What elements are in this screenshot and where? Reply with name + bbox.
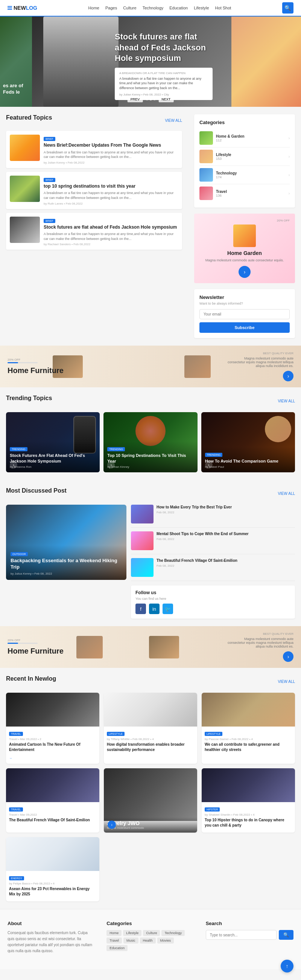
jewelry-title: Jewelry JWO: [107, 820, 194, 826]
category-travel[interactable]: Travel 136 ›: [199, 184, 290, 202]
ad-cta-button[interactable]: ›: [239, 266, 251, 278]
follow-linkedin[interactable]: in: [149, 604, 159, 614]
featured-item-1-meta: by Julian Kenny • Feb 08,2022: [44, 161, 178, 164]
most-discussed-featured-post[interactable]: OUTDOOR Backpacking Essentials for a Wee…: [6, 505, 126, 580]
discussed-item-2[interactable]: Mental Shoot Tips to Cope With the End o…: [131, 531, 295, 554]
hero-dot-3[interactable]: [153, 98, 155, 100]
trending-header: Trending Topics VIEW ALL: [6, 395, 295, 407]
recent-card-6[interactable]: ENERGY by Felipe Basco • Feb 08,2022 • 4…: [6, 837, 99, 901]
trending-card-3-author: by Mabel Paul: [205, 465, 291, 469]
trending-card-1[interactable]: TRENDING Stock Futures Are Flat Ahead Of…: [6, 412, 100, 473]
sidebar-ad: 20% OFF Home Garden Magna molestunt comm…: [194, 213, 295, 283]
hero-dot-1[interactable]: [146, 98, 148, 100]
hero-slide-left: es are of Feds le: [0, 16, 32, 107]
furniture-2-title: Home Furniture: [8, 647, 64, 655]
most-discussed-view-all[interactable]: VIEW ALL: [278, 492, 295, 496]
category-travel-count: 136: [216, 194, 285, 197]
hero-person-image: [43, 16, 118, 107]
furniture-cta-button[interactable]: ›: [283, 371, 293, 381]
category-lifestyle[interactable]: Lifestyle 153 ›: [199, 147, 290, 166]
jewelry-cta-button[interactable]: ›: [108, 821, 116, 829]
recent-card-6-meta: by Felipe Basco • Feb 08,2022 • 4: [9, 882, 96, 885]
trending-card-1-title: Stock Futures Are Flat Ahead Of Fed's Ja…: [10, 453, 96, 464]
trending-view-all[interactable]: VIEW ALL: [278, 399, 295, 403]
furniture-banner-2-left: 20% OFF Home Furniture: [8, 638, 64, 655]
follow-twitter[interactable]: 🐦: [162, 604, 173, 614]
most-discussed-title: Most Discussed Post: [6, 487, 67, 494]
footer-cat-movies[interactable]: Movies: [157, 937, 174, 943]
recent-view-all[interactable]: VIEW ALL: [278, 679, 295, 684]
featured-item-1-tag: BRIEF: [44, 137, 55, 141]
category-technology-name: Technology: [216, 171, 285, 175]
category-technology-arrow: ›: [288, 173, 290, 177]
discussed-item-1[interactable]: How to Make Every Trip the Best Trip Eve…: [131, 505, 295, 528]
footer-search-input[interactable]: [206, 930, 277, 940]
recent-card-5[interactable]: HIPSTER by Shakeel Shanlin • Feb 08,2022…: [202, 768, 295, 833]
furniture-2-desc: Magna molestunt commodo aute consectetur…: [226, 637, 293, 648]
footer-cat-lifestyle[interactable]: Lifestyle: [123, 930, 142, 936]
nav-pages[interactable]: Pages: [105, 6, 117, 10]
newsletter-subscribe-button[interactable]: Subscribe: [199, 322, 290, 333]
recent-card-2-title: How digital transformation enables broad…: [107, 742, 194, 752]
furniture-2-quality-label: BEST QUALITY EVER: [226, 632, 293, 636]
footer-cat-music[interactable]: Music: [123, 937, 139, 943]
featured-item-1[interactable]: BRIEF News Brief:December Updates From T…: [6, 131, 182, 168]
trending-card-2[interactable]: TRENDING Top 10 Spring Destinations To V…: [104, 412, 197, 473]
furniture-2-cta-button[interactable]: ›: [283, 651, 293, 662]
main-nav: Home Pages Culture Technology Education …: [88, 6, 231, 10]
recent-card-3-content: LIFESTYLE by Pascoe Gamer • Feb 08,2022 …: [202, 727, 295, 757]
trending-card-1-author: by Breanna Ron: [10, 465, 96, 469]
trending-card-1-nav[interactable]: ›: [10, 461, 17, 469]
footer-cat-technology[interactable]: Technology: [161, 930, 185, 936]
featured-item-3[interactable]: BRIEF Stock futures are flat ahead of Fe…: [6, 213, 182, 250]
nav-hotshot[interactable]: Hot Shot: [215, 6, 231, 10]
recent-card-3[interactable]: LIFESTYLE by Pascoe Gamer • Feb 08,2022 …: [202, 693, 295, 764]
nav-technology[interactable]: Technology: [143, 6, 164, 10]
recent-card-1-read-more[interactable]: →: [9, 757, 12, 760]
featured-item-1-title: News Brief:December Updates From The Goo…: [44, 143, 178, 148]
featured-view-all[interactable]: VIEW ALL: [165, 118, 182, 123]
trending-card-3-title: How To Avoid The Comparison Game: [205, 458, 291, 464]
discussed-item-3[interactable]: The Beautiful French Village Of Saint-Em…: [131, 558, 295, 581]
footer-about: About Consequat quis faucibus elementum …: [8, 921, 95, 954]
most-discussed-section: Most Discussed Post VIEW ALL OUTDOOR Bac…: [0, 480, 301, 626]
category-home-garden[interactable]: Home & Garden 112 ›: [199, 129, 290, 147]
caption-text: A breakdown or a flat tire can happen to…: [119, 76, 208, 91]
recent-grid: TRAVEL Travel • Mar 09,2022 • 2 Animated…: [6, 693, 295, 901]
hero-dot-2[interactable]: [150, 98, 151, 100]
newsletter-email-input[interactable]: [199, 309, 290, 319]
nav-education[interactable]: Education: [169, 6, 188, 10]
header-search-button[interactable]: 🔍: [282, 2, 293, 14]
footer-cat-culture[interactable]: Culture: [143, 930, 160, 936]
content-left: Featured Topics VIEW ALL BRIEF News Brie…: [0, 107, 188, 345]
hero-next-button[interactable]: NEXT: [158, 96, 174, 102]
sidebar-newsletter: Newsletter Want to be always informed? S…: [194, 289, 295, 338]
nav-culture[interactable]: Culture: [123, 6, 136, 10]
hero-caption-box: A breakdown or a flat tire can happen A …: [115, 68, 213, 100]
nav-lifestyle[interactable]: Lifestyle: [194, 6, 209, 10]
footer-cat-home[interactable]: Home: [107, 930, 121, 936]
furniture-2-image-right: [76, 636, 103, 659]
discussed-item-3-thumb: [131, 558, 153, 577]
main-content-area: Featured Topics VIEW ALL BRIEF News Brie…: [0, 107, 301, 345]
footer-cat-travel[interactable]: Travel: [107, 937, 122, 943]
hero-left-text: es are of Feds le: [3, 83, 32, 95]
hero-prev-button[interactable]: PREV: [127, 96, 143, 102]
category-technology[interactable]: Technology 174 ›: [199, 166, 290, 184]
footer-search-button[interactable]: 🔍: [279, 930, 293, 940]
nav-home[interactable]: Home: [88, 6, 99, 10]
category-home-garden-arrow: ›: [288, 136, 290, 140]
footer-categories-list: Home Lifestyle Culture Technology Travel…: [107, 930, 194, 951]
hero-text-overlay: Stock futures are flat ahead of Feds Jac…: [115, 32, 220, 100]
trending-card-3-nav[interactable]: ›: [205, 461, 213, 469]
recent-card-4[interactable]: TRAVEL Travel • Mar 09,2022 The Beautifu…: [6, 768, 99, 833]
footer-cat-education[interactable]: Education: [107, 945, 127, 951]
recent-card-2[interactable]: LIFESTYLE by Tiffany Whittle • Feb 08,20…: [104, 693, 197, 764]
recent-card-1[interactable]: TRAVEL Travel • Mar 09,2022 • 2 Animated…: [6, 693, 99, 764]
footer-cat-health[interactable]: Health: [140, 937, 156, 943]
recent-card-jewelry[interactable]: Jewelry JWO Magna molestunt commodo ›: [104, 768, 197, 833]
trending-card-3[interactable]: TRENDING How To Avoid The Comparison Gam…: [201, 412, 295, 473]
featured-item-2[interactable]: BRIEF top 10 spring destinations to visi…: [6, 172, 182, 209]
follow-facebook[interactable]: f: [135, 604, 146, 614]
furniture-2-off-label: 20% OFF: [8, 638, 64, 642]
